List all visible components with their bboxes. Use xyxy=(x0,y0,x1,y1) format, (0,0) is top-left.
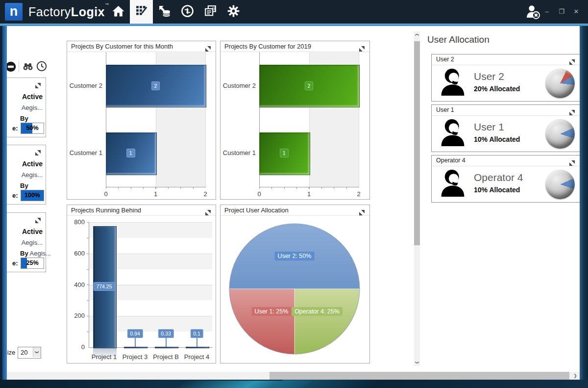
project-status: Active xyxy=(22,160,43,168)
decorative-swoosh xyxy=(265,380,381,388)
by-label: By xyxy=(20,115,28,122)
pie-slice-label: User 2: 50% xyxy=(275,252,315,260)
left-toolbar xyxy=(7,60,52,74)
user-logout-icon xyxy=(524,3,541,20)
circle-minus-icon[interactable] xyxy=(7,61,16,74)
chart-panel-allocation: Project User AllocationUser 2: 50%Operat… xyxy=(220,205,370,363)
settings-gear-icon xyxy=(227,4,240,20)
nav-database-import-button[interactable] xyxy=(153,0,176,24)
allocation-pie xyxy=(545,170,575,199)
user-card[interactable]: Operator 4Operator 410% Allocated xyxy=(431,155,580,203)
user-card-header-label: User 1 xyxy=(436,106,454,113)
nav-planning-grid-button[interactable] xyxy=(130,0,153,24)
chart-plot-area: Customer 22Customer 11012 xyxy=(220,52,369,199)
minor-ticks xyxy=(259,187,359,189)
nav-home-button[interactable] xyxy=(107,0,130,24)
scroll-right-icon[interactable]: ❯ xyxy=(572,372,579,380)
by-value: Aegis... xyxy=(28,250,51,257)
expand-icon[interactable] xyxy=(38,215,43,221)
planning-grid-icon xyxy=(135,4,148,20)
horizontal-scrollbar[interactable]: ❯ xyxy=(7,372,580,380)
project-customer: Aegis... xyxy=(22,104,43,111)
category-label: Customer 1 xyxy=(220,149,256,156)
complete-label: e: xyxy=(12,259,18,267)
complete-label: e: xyxy=(12,192,18,199)
project-card[interactable]: ActiveAegis...By Aegis...e:25% xyxy=(7,212,46,272)
by-label: By xyxy=(20,182,28,189)
scroll-up-icon[interactable]: ❯ xyxy=(414,31,420,38)
bar-project-4[interactable] xyxy=(186,347,209,349)
minor-ticks xyxy=(87,222,89,347)
chart-panel-2019: Projects By Customer for 2019Customer 22… xyxy=(220,41,370,200)
toolbar-divider xyxy=(19,61,19,72)
project-card[interactable]: ActiveAegis...Bye:100% xyxy=(7,145,46,205)
bar-value-label: 774.25 xyxy=(93,282,115,291)
bar-value-label: 0.94 xyxy=(127,329,143,338)
chart-panel-header: Projects By Customer for this Month xyxy=(67,41,216,52)
user-card[interactable]: User 2User 220% Allocated xyxy=(431,54,580,102)
by-label: By xyxy=(20,250,28,257)
chart-title: Projects By Customer for 2019 xyxy=(224,43,311,50)
project-card[interactable]: ActiveAegis...Bye:50% xyxy=(7,78,46,137)
x-tick-label: 1 xyxy=(148,190,163,198)
size-select[interactable]: 20 ❯ xyxy=(18,347,41,359)
pie-slice-label: User 1: 25% xyxy=(252,307,292,316)
nav-sync-transfer-button[interactable] xyxy=(176,0,199,24)
y-tick-label: 600 xyxy=(67,250,85,257)
maximize-button[interactable]: ❐ xyxy=(556,5,567,18)
minimize-button[interactable]: – xyxy=(541,5,553,18)
person-icon xyxy=(440,68,466,99)
project-status: Active xyxy=(22,228,43,235)
project-by-row: By Aegis... xyxy=(20,250,51,257)
y-tick-label: 800 xyxy=(67,218,85,226)
chart-panel-header: Projects By Customer for 2019 xyxy=(220,41,369,52)
nav-settings-gear-button[interactable] xyxy=(222,0,245,24)
brand-factory: Factory xyxy=(28,5,71,19)
chart-panel-header: Project User Allocation xyxy=(220,205,369,216)
user-card[interactable]: User 1User 110% Allocated xyxy=(431,104,580,152)
page-size-row: Size 20 ❯ xyxy=(7,347,52,359)
expand-icon[interactable] xyxy=(38,148,43,153)
bar-project-b[interactable] xyxy=(155,347,178,349)
logout-user-button[interactable] xyxy=(524,3,541,20)
y-axis-line xyxy=(89,222,89,347)
y-tick-label: 0 xyxy=(67,343,85,351)
x-tick-label: 0 xyxy=(98,190,113,198)
category-label: Customer 2 xyxy=(220,82,256,89)
scroll-down-icon[interactable]: ❯ xyxy=(414,359,420,366)
user-allocated: 20% Allocated xyxy=(474,85,520,93)
database-import-icon xyxy=(158,4,171,20)
badge-stem xyxy=(196,337,197,347)
person-icon xyxy=(440,169,466,200)
size-select-value: 20 xyxy=(21,349,27,356)
project-status: Active xyxy=(22,93,43,101)
binoculars-icon[interactable] xyxy=(23,63,33,72)
bar-value-label: 0.1 xyxy=(190,329,203,338)
badge-stem xyxy=(135,337,136,347)
chart-plot-area: Customer 22Customer 11012 xyxy=(67,52,216,199)
expand-icon[interactable] xyxy=(38,80,43,86)
bar-project-3[interactable] xyxy=(124,347,147,349)
scrollbar-thumb[interactable] xyxy=(270,372,569,380)
x-tick-label: 2 xyxy=(198,190,213,198)
scrollbar-thumb[interactable] xyxy=(414,41,420,245)
right-panel-scrollbar[interactable]: ❯ ❯ xyxy=(414,31,420,366)
user-allocated: 10% Allocated xyxy=(474,186,520,194)
close-button[interactable]: ✕ xyxy=(570,5,582,18)
bar-value-label: 2 xyxy=(151,81,160,90)
progress-bar: 50% xyxy=(21,123,44,134)
sync-transfer-icon xyxy=(181,4,194,20)
chart-plot-area: User 2: 50%Operator 4: 25%User 1: 25% xyxy=(220,216,369,363)
chart-panel-behind: Projects Running Behind0200400600800774.… xyxy=(67,205,216,363)
progress-text: 100% xyxy=(21,190,44,201)
x-tick-label: 1 xyxy=(302,190,317,198)
accent-strip xyxy=(0,24,588,26)
app-logo: n xyxy=(5,3,23,21)
brand-name: FactoryLogix™ xyxy=(28,0,109,24)
project-by-row: By xyxy=(20,115,28,122)
clock-icon[interactable] xyxy=(36,61,47,74)
window-border-bottom xyxy=(0,380,588,388)
user-name: User 2 xyxy=(474,71,504,82)
nav-documents-button[interactable] xyxy=(199,0,222,24)
user-card-header: User 2 xyxy=(432,54,580,65)
